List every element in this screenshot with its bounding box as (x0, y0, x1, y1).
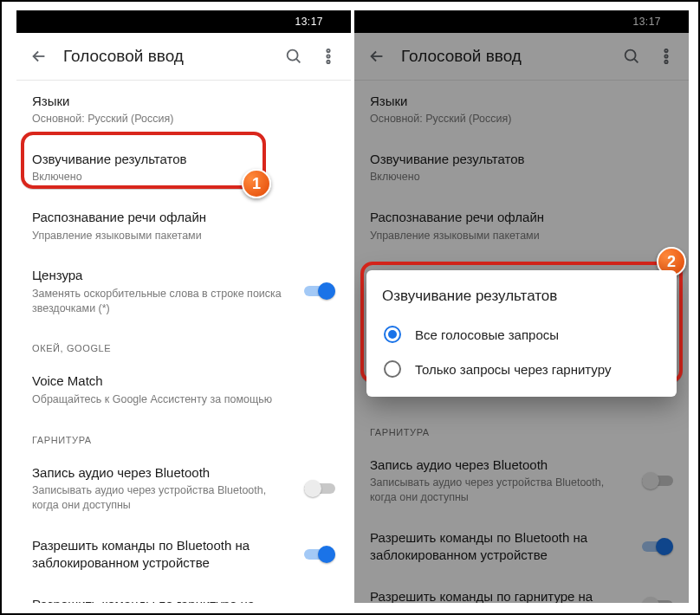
dialog-title: Озвучивание результатов (382, 288, 661, 305)
svg-point-6 (664, 55, 667, 57)
speak-results-dialog: Озвучивание результатов Все голосовые за… (366, 270, 677, 397)
radio-icon (384, 360, 401, 378)
section-headset: ГАРНИТУРА (354, 411, 689, 444)
pref-bt-locked[interactable]: Разрешить команды по Bluetooth на заблок… (16, 525, 351, 585)
pref-title: Запись аудио через Bluetooth (32, 464, 294, 482)
status-time: 13:17 (295, 16, 323, 28)
pref-censor[interactable]: Цензура Заменять оскорбительные слова в … (16, 255, 351, 327)
status-time: 13:17 (632, 16, 661, 28)
svg-point-4 (625, 50, 636, 61)
option-headset-only[interactable]: Только запросы через гарнитуру (382, 352, 661, 386)
option-label: Все голосовые запросы (415, 327, 559, 342)
phone-right: 13:17 Голосовой ввод ЯзыкиОсновной: Русс… (354, 10, 689, 603)
pref-bt-record[interactable]: Запись аудио через BluetoothЗаписывать а… (354, 444, 689, 517)
radio-icon (384, 326, 401, 343)
phone-left: 13:17 Голосовой ввод Языки Основной: Рус… (16, 10, 351, 603)
pref-speak-results[interactable]: Озвучивание результатов Включено (16, 139, 351, 197)
option-label: Только запросы через гарнитуру (415, 362, 611, 377)
switch-bt-locked[interactable] (304, 546, 335, 563)
pref-summary: Заменять оскорбительные слова в строке п… (32, 287, 294, 316)
pref-languages[interactable]: ЯзыкиОсновной: Русский (Россия) (354, 81, 689, 139)
pref-offline-speech[interactable]: Распознавание речи офлайнУправление язык… (354, 197, 689, 255)
switch-headset-locked[interactable] (642, 597, 673, 603)
pref-summary: Записывать аудио через устройства Blueto… (32, 483, 294, 513)
status-bar: 13:17 (354, 10, 689, 33)
pref-title: Цензура (32, 267, 294, 284)
pref-headset-locked[interactable]: Разрешить команды по гарнитуре на заблок… (354, 576, 689, 603)
back-icon[interactable] (22, 39, 56, 74)
pref-offline-speech[interactable]: Распознавание речи офлайн Управление язы… (16, 197, 351, 255)
overflow-icon[interactable] (649, 39, 684, 74)
pref-title: Языки (32, 93, 335, 110)
switch-bt-record[interactable] (304, 480, 335, 497)
app-bar: Голосовой ввод (16, 33, 351, 80)
pref-bt-locked[interactable]: Разрешить команды по Bluetooth на заблок… (354, 517, 689, 577)
pref-title: Распознавание речи офлайн (32, 209, 335, 226)
app-title: Голосовой ввод (56, 47, 276, 66)
pref-summary: Управление языковыми пакетами (32, 229, 335, 243)
pref-summary: Обращайтесь к Google Ассистенту за помощ… (32, 392, 335, 407)
pref-speak-results[interactable]: Озвучивание результатовВключено (354, 139, 689, 197)
switch-bt-record[interactable] (642, 472, 673, 489)
pref-headset-locked[interactable]: Разрешить команды по гарнитуре на заблок… (16, 584, 351, 603)
pref-title: Разрешить команды по Bluetooth на заблок… (32, 537, 294, 573)
svg-point-3 (327, 61, 329, 63)
svg-point-2 (327, 55, 329, 57)
pref-voice-match[interactable]: Voice Match Обращайтесь к Google Ассисте… (16, 360, 351, 418)
pref-summary: Включено (32, 170, 335, 184)
svg-point-1 (327, 49, 329, 52)
switch-bt-locked[interactable] (642, 538, 673, 555)
section-headset: ГАРНИТУРА (16, 419, 351, 452)
section-ok-google: ОКЕЙ, GOOGLE (16, 327, 351, 360)
back-icon[interactable] (360, 39, 394, 74)
status-bar: 13:17 (16, 10, 351, 33)
search-icon[interactable] (276, 39, 311, 74)
svg-point-0 (288, 50, 298, 61)
svg-point-5 (664, 49, 667, 52)
search-icon[interactable] (614, 39, 649, 74)
pref-title: Разрешить команды по гарнитуре на заблок… (32, 596, 294, 603)
option-all-voice-requests[interactable]: Все голосовые запросы (382, 317, 661, 352)
pref-summary: Основной: Русский (Россия) (32, 112, 335, 126)
switch-censor[interactable] (304, 282, 335, 300)
app-title: Голосовой ввод (394, 47, 614, 66)
svg-point-7 (664, 61, 667, 63)
pref-title: Voice Match (32, 372, 335, 390)
pref-languages[interactable]: Языки Основной: Русский (Россия) (16, 81, 351, 139)
pref-title: Озвучивание результатов (32, 151, 335, 168)
pref-bt-record[interactable]: Запись аудио через Bluetooth Записывать … (16, 452, 351, 525)
overflow-icon[interactable] (311, 39, 346, 74)
app-bar: Голосовой ввод (354, 33, 689, 80)
